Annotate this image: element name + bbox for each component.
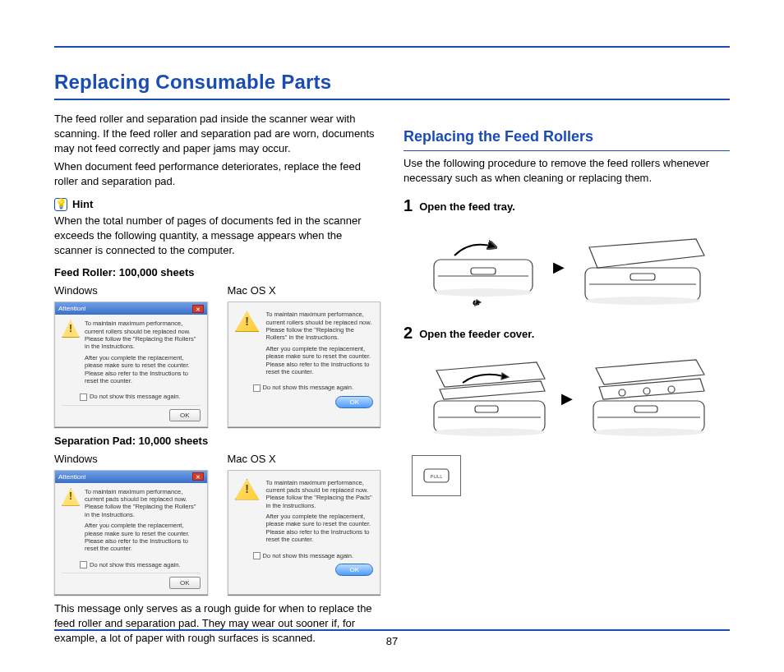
dialog-checkbox-row[interactable]: Do not show this message again.	[253, 552, 374, 560]
section-rule	[404, 150, 730, 151]
page-number: 87	[0, 635, 784, 647]
inset-detail: PULL	[412, 455, 730, 496]
warning-icon: !	[62, 488, 80, 506]
warning-icon: !	[235, 479, 260, 500]
step-number: 1	[404, 197, 413, 214]
windows-dialog-pad: Attention! ✕ ! To maintain maximum perfo…	[54, 470, 208, 595]
close-icon[interactable]: ✕	[192, 305, 204, 313]
step-text: Open the feeder cover.	[419, 324, 534, 342]
dialog-body-text: To maintain maximum performance, current…	[85, 320, 201, 388]
mac-dialog-pad: ! To maintain maximum performance, curre…	[228, 470, 381, 595]
dialog-row-roller: Attention! ✕ ! To maintain maximum perfo…	[54, 301, 380, 426]
step-1: 1 Open the feed tray.	[404, 197, 730, 214]
scanner-tray-open-illustration	[573, 223, 713, 313]
close-icon[interactable]: ✕	[192, 472, 204, 481]
sequence-arrow-icon: ▶	[553, 257, 565, 278]
dialog-checkbox-row[interactable]: Do not show this message again.	[80, 393, 201, 401]
dialog-titlebar: Attention! ✕	[55, 471, 207, 483]
svg-rect-3	[471, 268, 496, 274]
os-mac-label: Mac OS X	[228, 452, 381, 467]
mac-dialog-roller: ! To maintain maximum performance, curre…	[228, 301, 381, 426]
left-column: The feed roller and separation pad insid…	[54, 112, 380, 649]
svg-point-1	[434, 288, 533, 297]
svg-point-7	[585, 297, 700, 305]
dialog-titlebar: Attention! ✕	[55, 302, 207, 315]
svg-rect-9	[630, 274, 655, 280]
scanner-cover-open-illustration	[581, 350, 713, 449]
page-title: Replacing Consumable Parts	[54, 71, 730, 94]
step-number: 2	[404, 324, 413, 341]
feed-roller-heading: Feed Roller: 100,000 sheets	[54, 265, 380, 280]
os-mac-label: Mac OS X	[228, 283, 381, 298]
ok-button[interactable]: OK	[335, 396, 373, 408]
dialog-body-text: To maintain maximum performance, current…	[266, 479, 374, 547]
dialog-row-pad: Attention! ✕ ! To maintain maximum perfo…	[54, 470, 380, 595]
intro-paragraph-2: When document feed performance deteriora…	[54, 159, 380, 189]
checkbox-icon[interactable]	[253, 384, 261, 392]
dialog-body-text: To maintain maximum performance, current…	[266, 311, 374, 379]
top-rule	[54, 46, 730, 48]
bottom-rule	[54, 629, 730, 631]
os-windows-label: Windows	[54, 452, 208, 467]
svg-rect-13	[475, 406, 498, 412]
ok-button[interactable]: OK	[335, 564, 373, 576]
os-windows-label: Windows	[54, 283, 208, 298]
pull-label: PULL	[430, 474, 443, 479]
hint-header: 💡 Hint	[54, 197, 380, 212]
checkbox-icon[interactable]	[80, 561, 87, 568]
checkbox-icon[interactable]	[80, 394, 87, 401]
svg-rect-18	[634, 406, 657, 412]
svg-point-16	[593, 428, 704, 436]
scanner-cover-opening-illustration	[422, 350, 553, 449]
ok-button[interactable]: OK	[169, 577, 201, 589]
windows-dialog-roller: Attention! ✕ ! To maintain maximum perfo…	[54, 301, 208, 426]
document-page: Replacing Consumable Parts The feed roll…	[0, 0, 784, 649]
title-rule	[54, 99, 730, 100]
dialog-body-text: To maintain maximum performance, current…	[85, 488, 201, 556]
sequence-arrow-icon: ▶	[561, 389, 573, 409]
step-text: Open the feed tray.	[419, 197, 515, 214]
svg-point-21	[668, 386, 675, 393]
step-2: 2 Open the feeder cover.	[404, 324, 730, 342]
scanner-closed-illustration	[422, 227, 545, 309]
warning-icon: !	[235, 311, 260, 332]
pull-tab-illustration: PULL	[416, 459, 457, 492]
os-header-row-1: Windows Mac OS X	[54, 283, 380, 298]
separation-pad-heading: Separation Pad: 10,000 sheets	[54, 434, 380, 449]
section-title: Replacing the Feed Rollers	[404, 127, 730, 147]
dialog-checkbox-row[interactable]: Do not show this message again.	[253, 384, 374, 392]
section-intro: Use the following procedure to remove th…	[404, 156, 730, 186]
checkbox-icon[interactable]	[253, 552, 261, 559]
svg-point-19	[619, 389, 625, 396]
right-column: Replacing the Feed Rollers Use the follo…	[404, 112, 730, 649]
dialog-checkbox-row[interactable]: Do not show this message again.	[80, 561, 201, 569]
svg-point-11	[433, 428, 545, 436]
two-column-layout: The feed roller and separation pad insid…	[54, 112, 730, 649]
illustration-row-1: ▶	[404, 223, 730, 313]
dialog-title-text: Attention!	[58, 472, 86, 481]
dialog-title-text: Attention!	[58, 304, 86, 313]
os-header-row-2: Windows Mac OS X	[54, 452, 380, 467]
intro-paragraph-1: The feed roller and separation pad insid…	[54, 112, 380, 156]
illustration-row-2: ▶	[404, 350, 730, 449]
warning-icon: !	[62, 320, 80, 338]
ok-button[interactable]: OK	[169, 409, 201, 421]
svg-marker-14	[501, 373, 509, 380]
hint-text: When the total number of pages of docume…	[54, 214, 380, 258]
svg-point-20	[643, 388, 650, 394]
hint-icon: 💡	[54, 198, 67, 211]
hint-label: Hint	[72, 197, 93, 212]
